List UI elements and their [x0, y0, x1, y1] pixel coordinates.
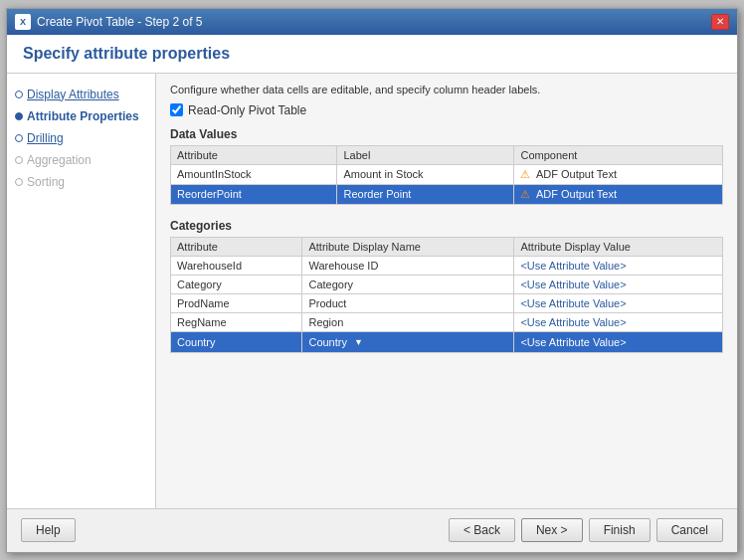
app-icon: X [15, 14, 31, 30]
cat-row5-name[interactable]: Country ▼ [302, 331, 514, 352]
cat-row4-value: <Use Attribute Value> [514, 312, 723, 331]
page-title: Specify attribute properties [23, 45, 721, 63]
table-row[interactable]: AmountInStock Amount in Stock ⚠ ADF Outp… [171, 164, 723, 184]
bullet-attribute-properties [15, 112, 23, 120]
sidebar-item-sorting: Sorting [7, 171, 155, 193]
bullet-aggregation [15, 156, 23, 164]
title-bar-left: X Create Pivot Table - Step 2 of 5 [15, 14, 203, 30]
window-title: Create Pivot Table - Step 2 of 5 [37, 15, 203, 29]
finish-button[interactable]: Finish [589, 518, 651, 542]
footer-left: Help [21, 518, 76, 542]
cat-row3-value: <Use Attribute Value> [514, 293, 723, 312]
warning-icon-2: ⚠ [520, 188, 530, 200]
warning-icon-1: ⚠ [520, 168, 530, 180]
dv-row1-component: ⚠ ADF Output Text [514, 164, 723, 184]
cat-col-attribute: Attribute [171, 237, 302, 256]
description-text: Configure whether data cells are editabl… [170, 84, 723, 95]
readonly-checkbox[interactable] [170, 103, 183, 116]
cat-row3-name: Product [302, 293, 514, 312]
dropdown-arrow-icon[interactable]: ▼ [351, 335, 366, 349]
dv-col-component: Component [514, 145, 723, 164]
cat-row5-attr: Country [171, 331, 302, 352]
title-bar: X Create Pivot Table - Step 2 of 5 ✕ [7, 9, 737, 35]
dv-row2-label: Reorder Point [337, 184, 514, 204]
cat-row4-name: Region [302, 312, 514, 331]
cat-row2-name: Category [302, 275, 514, 293]
cat-col-display-value: Attribute Display Value [514, 237, 723, 256]
page-header: Specify attribute properties [7, 35, 737, 74]
cat-row4-attr: RegName [171, 312, 302, 331]
main-panel: Configure whether data cells are editabl… [156, 74, 737, 508]
cat-row1-attr: WarehouseId [171, 256, 302, 275]
dv-col-label: Label [337, 145, 514, 164]
content-area: Display Attributes Attribute Properties … [7, 74, 737, 508]
sidebar-item-display-attributes[interactable]: Display Attributes [7, 84, 155, 105]
bullet-sorting [15, 178, 23, 186]
data-values-section-title: Data Values [170, 127, 723, 141]
dv-row2-attribute: ReorderPoint [171, 184, 337, 204]
categories-section-title: Categories [170, 219, 723, 233]
country-dropdown[interactable]: Country ▼ [308, 335, 507, 349]
dv-col-attribute: Attribute [171, 145, 337, 164]
cancel-button[interactable]: Cancel [656, 518, 723, 542]
table-row[interactable]: Country Country ▼ <Use Attribute Value> [171, 331, 723, 352]
sidebar-item-drilling[interactable]: Drilling [7, 127, 155, 149]
cat-row2-value: <Use Attribute Value> [514, 275, 723, 293]
cat-row1-name: Warehouse ID [302, 256, 514, 275]
bullet-display-attributes [15, 91, 23, 98]
bullet-drilling [15, 134, 23, 142]
table-row[interactable]: RegName Region <Use Attribute Value> [171, 312, 723, 331]
cat-row3-attr: ProdName [171, 293, 302, 312]
cat-row2-attr: Category [171, 275, 302, 293]
categories-table: Attribute Attribute Display Name Attribu… [170, 237, 723, 353]
dv-row1-attribute: AmountInStock [171, 164, 337, 184]
cat-row1-value: <Use Attribute Value> [514, 256, 723, 275]
sidebar-item-attribute-properties[interactable]: Attribute Properties [7, 105, 155, 127]
next-button[interactable]: Nex > [521, 518, 583, 542]
back-button[interactable]: < Back [449, 518, 515, 542]
table-row[interactable]: Category Category <Use Attribute Value> [171, 275, 723, 293]
dv-row1-label: Amount in Stock [337, 164, 514, 184]
main-window: X Create Pivot Table - Step 2 of 5 ✕ Spe… [6, 8, 738, 553]
help-button[interactable]: Help [21, 518, 76, 542]
readonly-checkbox-label: Read-Only Pivot Table [188, 103, 306, 117]
table-row[interactable]: ReorderPoint Reorder Point ⚠ ADF Output … [171, 184, 723, 204]
table-row[interactable]: ProdName Product <Use Attribute Value> [171, 293, 723, 312]
readonly-checkbox-row: Read-Only Pivot Table [170, 103, 723, 117]
cat-col-display-name: Attribute Display Name [302, 237, 514, 256]
close-button[interactable]: ✕ [711, 14, 729, 30]
footer-right: < Back Nex > Finish Cancel [449, 518, 723, 542]
table-row[interactable]: WarehouseId Warehouse ID <Use Attribute … [171, 256, 723, 275]
data-values-table: Attribute Label Component AmountInStock … [170, 145, 723, 205]
dv-row2-component: ⚠ ADF Output Text [514, 184, 723, 204]
sidebar: Display Attributes Attribute Properties … [7, 74, 156, 508]
sidebar-item-aggregation: Aggregation [7, 149, 155, 171]
cat-row5-value: <Use Attribute Value> [514, 331, 723, 352]
footer: Help < Back Nex > Finish Cancel [7, 508, 737, 552]
